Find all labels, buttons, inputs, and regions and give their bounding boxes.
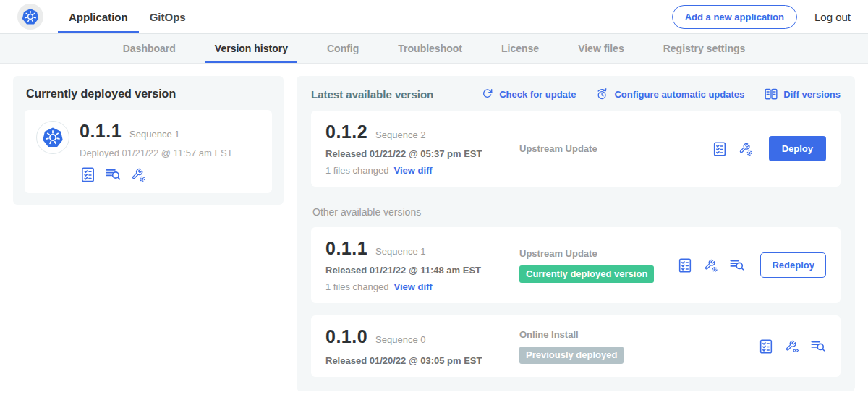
configure-automatic-updates-link[interactable]: Configure automatic updates xyxy=(595,88,744,101)
version-number: 0.1.1 xyxy=(326,238,367,259)
tab-application[interactable]: Application xyxy=(58,0,139,33)
schedule-update-icon xyxy=(595,88,609,101)
diff-versions-link[interactable]: Diff versions xyxy=(764,87,841,101)
released-timestamp: Released 01/20/22 @ 03:05 pm EST xyxy=(326,355,519,366)
subnav-item-config[interactable]: Config xyxy=(307,34,378,63)
preflight-checks-icon[interactable] xyxy=(758,339,774,354)
add-application-button[interactable]: Add a new application xyxy=(672,5,797,29)
deploy-logs-icon[interactable] xyxy=(105,166,122,183)
currently-deployed-card: 0.1.1 Sequence 1 Deployed 01/21/22 @ 11:… xyxy=(25,110,272,193)
diff-versions-label: Diff versions xyxy=(783,89,841,100)
version-card-0-1-2: 0.1.2 Sequence 2 Released 01/21/22 @ 05:… xyxy=(311,111,841,187)
view-diff-link[interactable]: View diff xyxy=(393,165,432,176)
kubernetes-logo-icon xyxy=(21,7,40,26)
subnav-item-version-history[interactable]: Version history xyxy=(195,34,307,63)
check-for-update-link[interactable]: Check for update xyxy=(481,88,576,101)
deploy-logs-icon[interactable] xyxy=(810,339,826,354)
files-changed-label: 1 files changed xyxy=(326,165,388,176)
redeploy-button[interactable]: Redeploy xyxy=(760,252,826,278)
preflight-checks-icon[interactable] xyxy=(677,258,693,273)
deployed-timestamp: Deployed 01/21/22 @ 11:57 am EST xyxy=(80,148,233,158)
version-number: 0.1.0 xyxy=(326,326,367,347)
configure-automatic-updates-label: Configure automatic updates xyxy=(614,89,744,100)
refresh-icon xyxy=(481,88,494,101)
currently-deployed-panel: Currently deployed version 0.1.1 Sequenc… xyxy=(13,76,284,205)
kubernetes-logo-icon xyxy=(41,126,64,149)
latest-available-heading: Latest available version xyxy=(311,88,433,101)
subnav-item-license[interactable]: License xyxy=(482,34,558,63)
app-icon-button[interactable] xyxy=(17,4,43,30)
view-diff-link[interactable]: View diff xyxy=(393,281,432,292)
edit-config-icon[interactable] xyxy=(703,258,719,273)
version-source-label: Upstream Update xyxy=(519,248,597,259)
deploy-logs-icon[interactable] xyxy=(729,258,745,273)
logout-button[interactable]: Log out xyxy=(814,11,851,23)
top-bar: Application GitOps Add a new application… xyxy=(0,0,868,34)
tab-gitops-label: GitOps xyxy=(150,11,186,23)
currently-deployed-badge: Currently deployed version xyxy=(519,265,654,283)
sequence-label: Sequence 1 xyxy=(375,246,425,257)
edit-config-icon[interactable] xyxy=(738,141,754,157)
deployed-sequence-label: Sequence 1 xyxy=(129,129,179,140)
version-source-label: Upstream Update xyxy=(519,143,597,154)
subnav-item-registry-settings[interactable]: Registry settings xyxy=(644,34,765,63)
edit-config-icon[interactable] xyxy=(130,166,147,183)
previously-deployed-badge: Previously deployed xyxy=(519,347,624,364)
files-changed-label: 1 files changed xyxy=(326,281,388,292)
version-source-label: Online Install xyxy=(519,329,579,340)
sequence-label: Sequence 0 xyxy=(375,334,425,345)
released-timestamp: Released 01/21/22 @ 05:37 pm EST xyxy=(326,148,519,159)
preflight-checks-icon[interactable] xyxy=(712,141,728,157)
diff-icon xyxy=(764,87,778,101)
check-for-update-label: Check for update xyxy=(499,89,576,100)
deploy-button[interactable]: Deploy xyxy=(769,136,826,161)
main-content: Currently deployed version 0.1.1 Sequenc… xyxy=(0,64,868,404)
released-timestamp: Released 01/21/22 @ 11:48 am EST xyxy=(326,265,519,276)
app-logo xyxy=(36,121,69,154)
currently-deployed-title: Currently deployed version xyxy=(26,88,272,101)
deployed-version-number: 0.1.1 xyxy=(80,121,122,142)
available-versions-panel: Latest available version Check for updat… xyxy=(297,76,855,391)
tab-gitops[interactable]: GitOps xyxy=(139,0,197,33)
other-versions-heading: Other available versions xyxy=(312,206,841,218)
subnav-item-dashboard[interactable]: Dashboard xyxy=(103,34,195,63)
version-card-0-1-0: 0.1.0 Sequence 0 Released 01/20/22 @ 03:… xyxy=(311,315,841,377)
version-number: 0.1.2 xyxy=(326,122,367,143)
subnav-item-view-files[interactable]: View files xyxy=(558,34,644,63)
preflight-checks-icon[interactable] xyxy=(80,166,96,183)
view-config-icon[interactable] xyxy=(784,339,800,354)
tab-application-label: Application xyxy=(69,11,128,23)
subnav-item-troubleshoot[interactable]: Troubleshoot xyxy=(378,34,482,63)
app-subnav: Dashboard Version history Config Trouble… xyxy=(0,34,868,64)
sequence-label: Sequence 2 xyxy=(375,129,425,140)
version-card-0-1-1: 0.1.1 Sequence 1 Released 01/21/22 @ 11:… xyxy=(311,227,841,303)
